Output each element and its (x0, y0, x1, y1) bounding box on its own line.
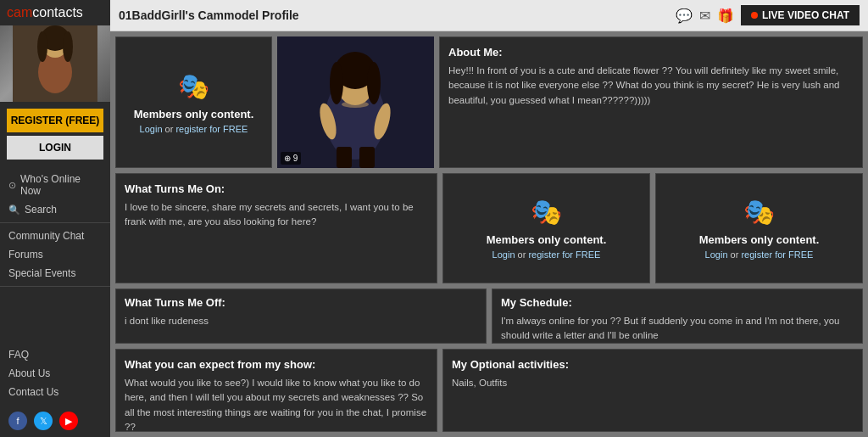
svg-point-17 (342, 101, 369, 108)
sidebar-item-faq[interactable]: FAQ (0, 345, 110, 364)
live-indicator (751, 12, 758, 19)
avatar-image (0, 25, 110, 102)
members-only-text-1: Members only content. (134, 108, 254, 120)
mask-icon-3: 🎭 (743, 197, 775, 227)
turns-on-title: What Turns Me On: (125, 182, 428, 195)
login-link-3[interactable]: Login (705, 249, 728, 260)
mask-icon-1: 🎭 (178, 71, 209, 101)
profile-row-2: What Turns Me On: I love to be sincere, … (115, 173, 863, 283)
optional-text: Nails, Outfits (452, 376, 854, 390)
members-login-2: Login or register for FREE (492, 249, 601, 260)
avatar-silhouette (13, 25, 97, 102)
members-only-text-3: Members only content. (699, 233, 820, 246)
register-link-2[interactable]: register for FREE (528, 249, 600, 260)
turns-on-box: What Turns Me On: I love to be sincere, … (115, 173, 437, 283)
sidebar-bottom-nav: FAQ About Us Contact Us (0, 342, 110, 405)
turns-off-box: What Turns Me Off: i dont like rudeness (115, 289, 487, 344)
members-only-box-2: 🎭 Members only content. Login or registe… (442, 173, 650, 283)
sidebar-item-community-chat[interactable]: Community Chat (0, 227, 110, 245)
sidebar-item-label: Who's Online Now (20, 173, 102, 197)
sidebar-item-label: Search (25, 204, 57, 216)
sidebar-item-contact-us[interactable]: Contact Us (0, 383, 110, 401)
circle-icon: ⊙ (8, 180, 16, 191)
svg-point-11 (330, 62, 343, 104)
page-header: 01BaddGirll's Cammodel Profile 💬 ✉ 🎁 LIV… (110, 0, 868, 31)
facebook-icon[interactable]: f (8, 412, 27, 430)
turns-off-text: i dont like rudeness (125, 314, 477, 328)
schedule-text: I'm always online for you ?? But if sudd… (501, 314, 854, 344)
members-only-box-1: 🎭 Members only content. Login or registe… (115, 36, 272, 168)
sidebar-item-label: Special Events (8, 267, 75, 279)
live-video-button[interactable]: LIVE VIDEO CHAT (741, 5, 860, 25)
show-box: What you can expect from my show: What w… (115, 349, 437, 432)
header-icons: 💬 ✉ 🎁 LIVE VIDEO CHAT (676, 5, 860, 25)
message-icon[interactable]: 💬 (676, 8, 693, 24)
schedule-title: My Schedule: (501, 296, 854, 309)
members-only-text-2: Members only content. (487, 233, 607, 246)
about-title: About Me: (448, 46, 854, 59)
svg-rect-16 (359, 147, 375, 168)
svg-point-5 (37, 31, 47, 62)
sidebar-item-label: Forums (8, 249, 43, 261)
mask-icon-2: 🎭 (531, 197, 562, 227)
nav-divider-2 (0, 286, 110, 287)
show-text: What would you like to see?) I would lik… (125, 376, 428, 434)
youtube-icon[interactable]: ▶ (59, 412, 78, 430)
svg-point-6 (63, 31, 73, 62)
show-title: What you can expect from my show: (125, 358, 428, 371)
register-button[interactable]: REGISTER (FREE) (7, 109, 103, 132)
mail-icon[interactable]: ✉ (699, 8, 710, 24)
profile-row-1: 🎭 Members only content. Login or registe… (115, 36, 863, 168)
about-box: About Me: Hey!!! In front of you is a cu… (439, 36, 863, 168)
search-icon: 🔍 (8, 204, 20, 216)
svg-point-12 (367, 62, 381, 104)
sidebar-item-label: About Us (8, 367, 50, 379)
photo-box[interactable]: ⊕ 9 (277, 36, 434, 168)
sidebar-avatar (0, 25, 110, 102)
sidebar-item-about-us[interactable]: About Us (0, 364, 110, 383)
photo-badge: ⊕ 9 (281, 152, 301, 165)
profile-photo-svg (277, 36, 434, 168)
profile-content: 🎭 Members only content. Login or registe… (110, 31, 868, 437)
gift-icon[interactable]: 🎁 (717, 8, 734, 24)
live-video-label: LIVE VIDEO CHAT (762, 9, 849, 21)
profile-row-3: What Turns Me Off: i dont like rudeness … (115, 289, 863, 344)
register-link-3[interactable]: register for FREE (741, 249, 813, 260)
sidebar-nav: ⊙ Who's Online Now 🔍 Search Community Ch… (0, 166, 110, 342)
page-title: 01BaddGirll's Cammodel Profile (119, 8, 299, 22)
svg-rect-15 (337, 147, 352, 168)
sidebar-item-label: Community Chat (8, 230, 84, 242)
sidebar: camcontacts REGISTER (FREE) LOGIN ⊙ Who'… (0, 0, 110, 437)
sidebar-item-label: Contact Us (8, 386, 58, 398)
sidebar-item-whos-online[interactable]: ⊙ Who's Online Now (0, 170, 110, 200)
optional-box: My Optional activities: Nails, Outfits (442, 349, 863, 432)
profile-row-4: What you can expect from my show: What w… (115, 349, 863, 432)
site-logo[interactable]: camcontacts (0, 0, 110, 25)
register-link-1[interactable]: register for FREE (175, 124, 248, 134)
optional-title: My Optional activities: (452, 358, 854, 371)
login-button[interactable]: LOGIN (7, 136, 103, 160)
schedule-box: My Schedule: I'm always online for you ?… (492, 289, 863, 344)
members-login-1: Login or register for FREE (140, 124, 248, 134)
twitter-icon[interactable]: 𝕏 (34, 412, 53, 430)
members-login-3: Login or register for FREE (705, 249, 814, 260)
sidebar-item-special-events[interactable]: Special Events (0, 264, 110, 283)
logo-cam: cam (7, 5, 32, 20)
sidebar-item-label: FAQ (8, 349, 29, 361)
sidebar-item-forums[interactable]: Forums (0, 245, 110, 264)
profile-photo (277, 36, 434, 168)
about-text: Hey!!! In front of you is a cute and del… (448, 64, 854, 108)
nav-divider (0, 222, 110, 223)
members-only-box-3: 🎭 Members only content. Login or registe… (655, 173, 863, 283)
main-content: 01BaddGirll's Cammodel Profile 💬 ✉ 🎁 LIV… (110, 0, 868, 437)
login-link-2[interactable]: Login (492, 249, 515, 260)
turns-off-title: What Turns Me Off: (125, 296, 477, 309)
turns-on-text: I love to be sincere, share my secrets a… (125, 200, 428, 230)
logo-contacts: contacts (32, 5, 83, 20)
login-link-1[interactable]: Login (140, 124, 163, 134)
social-links: f 𝕏 ▶ (0, 405, 110, 437)
sidebar-item-search[interactable]: 🔍 Search (0, 200, 110, 219)
